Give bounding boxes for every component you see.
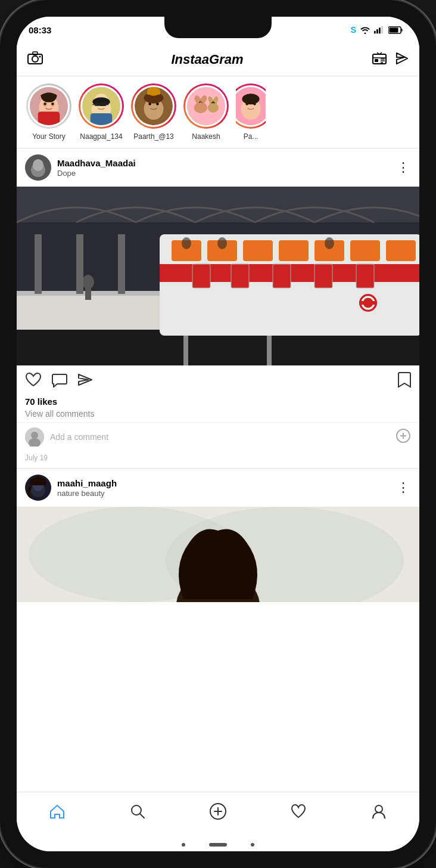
status-time: 08:33 xyxy=(29,25,51,35)
direct-message-icon[interactable] xyxy=(395,52,409,67)
story-naagpal[interactable]: Naagpal_134 xyxy=(79,83,124,141)
post-1-user-info: Maadhava_Maadai Dope xyxy=(57,158,136,178)
svg-rect-98 xyxy=(85,288,91,300)
post-2-menu[interactable]: ⋮ xyxy=(397,480,411,495)
phone-screen: 08:33 S xyxy=(17,17,419,851)
post-2-subtitle: nature beauty xyxy=(57,489,117,498)
home-indicator xyxy=(182,843,254,847)
post-1-actions xyxy=(17,365,419,396)
post-1-avatar xyxy=(25,154,51,181)
post-1-user[interactable]: Maadhava_Maadai Dope xyxy=(25,154,136,181)
svg-point-68 xyxy=(33,159,43,171)
comment-placeholder[interactable]: Add a comment xyxy=(50,432,108,442)
heart-icon xyxy=(290,803,307,822)
nav-heart[interactable] xyxy=(284,801,313,824)
svg-point-97 xyxy=(82,275,94,289)
post-2-username: maahi_maagh xyxy=(57,478,117,489)
top-nav: InstaaGram xyxy=(17,43,419,76)
post-1-likes: 70 likes xyxy=(17,396,419,407)
post-2-header: maahi_maagh nature beauty ⋮ xyxy=(17,468,419,507)
naagpal-label: Naagpal_134 xyxy=(80,132,122,141)
svg-rect-6 xyxy=(401,29,403,32)
home-ind-center xyxy=(209,843,227,847)
svg-rect-86 xyxy=(192,264,210,288)
svg-rect-89 xyxy=(314,264,332,288)
tv-icon[interactable] xyxy=(372,52,387,67)
post-1-view-comments[interactable]: View all comments xyxy=(17,409,419,418)
post-1-image xyxy=(17,187,419,365)
post-2-user[interactable]: maahi_maagh nature beauty xyxy=(25,475,117,501)
svg-line-117 xyxy=(140,814,144,818)
svg-rect-100 xyxy=(76,234,83,294)
naagpal-avatar-wrap xyxy=(79,83,124,129)
bottom-spacer xyxy=(17,602,419,668)
story-your-story[interactable]: Your Story xyxy=(26,83,71,141)
story-pa[interactable]: Pa... xyxy=(236,83,266,141)
svg-rect-0 xyxy=(374,31,376,34)
svg-rect-84 xyxy=(350,240,380,261)
stories-section: Your Story xyxy=(17,76,419,148)
skype-icon: S xyxy=(351,25,356,35)
post-1-username: Maadhava_Maadai xyxy=(57,158,136,169)
search-icon xyxy=(129,803,146,822)
wifi-icon xyxy=(360,26,370,34)
post-1-menu[interactable]: ⋮ xyxy=(397,160,411,175)
stories-scroll[interactable]: Your Story xyxy=(17,83,419,141)
svg-point-24 xyxy=(43,103,46,106)
svg-rect-26 xyxy=(38,111,60,125)
svg-point-121 xyxy=(375,805,382,813)
svg-point-95 xyxy=(217,237,227,249)
svg-rect-33 xyxy=(94,103,99,106)
nav-right xyxy=(372,52,409,67)
comment-left: Add a comment xyxy=(25,427,108,447)
paarth-avatar-wrap xyxy=(131,83,176,129)
post-1: Maadhava_Maadai Dope ⋮ xyxy=(17,148,419,468)
camera-icon[interactable] xyxy=(27,51,43,68)
story-naakesh[interactable]: Naakesh xyxy=(183,83,229,141)
pa-avatar-inner xyxy=(236,85,266,127)
your-story-avatar-inner xyxy=(28,85,70,127)
svg-rect-71 xyxy=(17,187,419,222)
bookmark-icon[interactable] xyxy=(398,371,411,390)
svg-rect-9 xyxy=(33,52,38,55)
status-icons: S xyxy=(351,25,403,35)
nav-home[interactable] xyxy=(43,801,71,824)
paarth-label: Paarth_@13 xyxy=(133,132,174,141)
svg-point-25 xyxy=(51,103,54,106)
main-scroll[interactable]: Your Story xyxy=(17,76,419,851)
nav-add[interactable] xyxy=(204,801,232,824)
comment-icon[interactable] xyxy=(51,372,68,390)
nav-profile[interactable] xyxy=(365,801,393,824)
post-2-avatar xyxy=(25,475,51,501)
add-icon xyxy=(209,802,227,823)
naagpal-avatar-inner xyxy=(80,85,122,127)
svg-rect-1 xyxy=(376,29,378,33)
paarth-avatar-inner xyxy=(133,85,175,127)
like-icon[interactable] xyxy=(25,372,42,390)
svg-rect-93 xyxy=(359,301,377,305)
svg-rect-38 xyxy=(91,113,113,125)
story-paarth[interactable]: Paarth_@13 xyxy=(131,83,176,141)
svg-rect-87 xyxy=(231,264,249,288)
naakesh-label: Naakesh xyxy=(192,132,220,141)
your-story-avatar-wrap xyxy=(26,83,71,129)
svg-rect-90 xyxy=(356,264,374,288)
naakesh-avatar-inner xyxy=(185,85,227,127)
share-icon[interactable] xyxy=(77,372,93,390)
signal-icon xyxy=(374,26,385,34)
svg-rect-2 xyxy=(379,27,381,33)
svg-rect-46 xyxy=(147,91,160,94)
svg-rect-15 xyxy=(375,59,378,62)
nav-search[interactable] xyxy=(123,801,152,824)
svg-rect-85 xyxy=(386,240,416,261)
post-2: maahi_maagh nature beauty ⋮ xyxy=(17,468,419,602)
action-left xyxy=(25,372,93,390)
post-1-date: July 19 xyxy=(17,451,419,468)
svg-rect-99 xyxy=(35,234,42,294)
home-ind-left xyxy=(182,843,185,847)
notch xyxy=(164,17,272,38)
svg-rect-3 xyxy=(381,26,383,34)
app-title: InstaaGram xyxy=(171,52,243,67)
naakesh-avatar-wrap xyxy=(183,83,229,129)
comment-add-icon[interactable] xyxy=(395,428,411,446)
